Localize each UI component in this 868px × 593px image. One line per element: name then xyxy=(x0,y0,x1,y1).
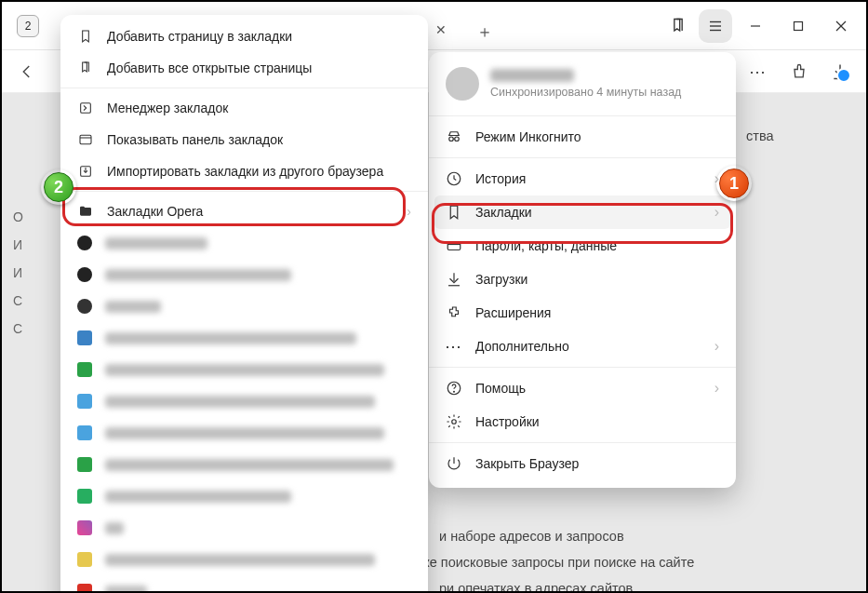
dots-icon: ⋯ xyxy=(446,336,462,357)
bookmark-all-icon xyxy=(77,61,94,75)
bookmark-entry[interactable] xyxy=(60,385,428,417)
gear-icon xyxy=(446,413,462,430)
submenu-manager[interactable]: Менеджер закладок xyxy=(60,92,428,124)
chevron-right-icon: › xyxy=(407,204,411,219)
more-icon[interactable]: ⋯ xyxy=(749,61,768,82)
menu-passwords[interactable]: Пароли, карты, данные xyxy=(429,229,736,263)
submenu-folder-opera[interactable]: Закладки Opera › xyxy=(60,195,428,227)
panel-icon xyxy=(77,132,94,147)
menu-settings[interactable]: Настройки xyxy=(429,405,736,438)
callout-number-1: 1 xyxy=(716,166,752,201)
bg-text: ри опечатках в адресах сайтов xyxy=(439,581,633,593)
chevron-right-icon: › xyxy=(714,338,719,355)
bookmark-entry[interactable] xyxy=(60,449,428,480)
favicon xyxy=(77,299,92,314)
bookmark-icon xyxy=(446,204,462,221)
menu-label: Закладки xyxy=(475,205,701,220)
svg-point-10 xyxy=(455,137,460,142)
bookmark-icon xyxy=(77,29,94,44)
import-icon xyxy=(77,164,94,179)
sidebar-letter: С xyxy=(13,287,43,315)
bookmark-entry[interactable] xyxy=(60,512,428,544)
downloads-icon[interactable] xyxy=(831,62,849,81)
menu-label: Пароли, карты, данные xyxy=(475,238,719,253)
favicon xyxy=(77,552,92,567)
main-menu: Синхронизировано 4 минуты назад Режим Ин… xyxy=(429,52,736,488)
chevron-right-icon: › xyxy=(714,204,719,221)
menu-close-browser[interactable]: Закрыть Браузер xyxy=(429,447,736,480)
bookmark-entry[interactable] xyxy=(60,417,428,449)
svg-rect-4 xyxy=(795,21,803,30)
bookmark-entry[interactable] xyxy=(60,544,428,575)
submenu-add-page[interactable]: Добавить страницу в закладки xyxy=(60,20,428,52)
submenu-add-all[interactable]: Добавить все открытые страницы xyxy=(60,52,428,84)
avatar xyxy=(446,67,479,101)
download-icon xyxy=(446,271,462,288)
bg-text: ства xyxy=(746,128,774,143)
submenu-show-bar[interactable]: Показывать панель закладок xyxy=(60,124,428,155)
main-menu-button[interactable] xyxy=(699,9,732,43)
close-button[interactable] xyxy=(821,10,861,42)
menu-help[interactable]: Помощь › xyxy=(429,371,736,405)
favicon xyxy=(77,267,92,282)
help-icon xyxy=(446,380,462,397)
profile-row[interactable]: Синхронизировано 4 минуты назад xyxy=(429,58,736,112)
submenu-label: Менеджер закладок xyxy=(107,101,411,115)
bookmark-entry[interactable] xyxy=(60,290,428,322)
favicon xyxy=(77,362,92,377)
card-icon xyxy=(446,237,462,254)
history-icon xyxy=(446,170,462,187)
tab-close-icon[interactable]: ✕ xyxy=(435,22,447,37)
bookmarks-submenu: Добавить страницу в закладки Добавить вс… xyxy=(60,15,428,593)
sidebar-letter: И xyxy=(13,259,43,287)
folder-icon xyxy=(77,204,94,219)
favicon xyxy=(77,330,92,345)
sidebar-letter: И xyxy=(13,231,43,259)
bookmark-entry[interactable] xyxy=(60,354,428,385)
menu-label: Дополнительно xyxy=(475,339,701,354)
menu-label: Закрыть Браузер xyxy=(475,456,719,471)
back-button[interactable] xyxy=(19,63,35,80)
favicon xyxy=(77,584,92,593)
bookmark-entry[interactable] xyxy=(60,227,428,259)
bg-text: и наборе адресов и запросов xyxy=(439,529,624,544)
submenu-label: Импортировать закладки из другого браузе… xyxy=(107,164,411,179)
power-icon xyxy=(446,455,462,472)
bookmark-all-icon[interactable] xyxy=(661,9,695,43)
menu-extensions[interactable]: Расширения xyxy=(429,296,736,330)
menu-label: Помощь xyxy=(475,381,701,396)
svg-point-18 xyxy=(452,420,457,425)
manager-icon xyxy=(77,101,94,115)
submenu-label: Закладки Opera xyxy=(107,204,394,219)
bookmark-entry[interactable] xyxy=(60,322,428,354)
menu-more[interactable]: ⋯ Дополнительно › xyxy=(429,330,736,363)
incognito-icon xyxy=(446,128,462,145)
favicon xyxy=(77,236,92,250)
new-tab-button[interactable]: ＋ xyxy=(476,20,493,43)
puzzle-icon xyxy=(446,304,462,321)
maximize-button[interactable] xyxy=(779,10,818,42)
menu-label: Режим Инкогнито xyxy=(475,129,719,144)
chevron-right-icon: › xyxy=(714,380,719,397)
bookmark-entry[interactable] xyxy=(60,575,428,593)
favicon xyxy=(77,457,92,472)
sync-status: Синхронизировано 4 минуты назад xyxy=(490,86,719,99)
svg-point-9 xyxy=(449,137,454,142)
bookmark-entry[interactable] xyxy=(60,259,428,290)
svg-point-17 xyxy=(454,391,455,392)
submenu-label: Добавить все открытые страницы xyxy=(107,61,411,75)
menu-history[interactable]: История › xyxy=(429,162,736,195)
menu-label: История xyxy=(475,171,701,186)
menu-bookmarks[interactable]: Закладки › xyxy=(434,195,730,229)
feedback-icon[interactable] xyxy=(790,62,808,81)
sidebar-letter: О xyxy=(13,203,43,231)
menu-label: Настройки xyxy=(475,414,719,429)
sidebar-letter: С xyxy=(13,315,43,343)
menu-downloads[interactable]: Загрузки xyxy=(429,263,736,296)
menu-incognito[interactable]: Режим Инкогнито xyxy=(429,120,736,154)
submenu-import[interactable]: Импортировать закладки из другого браузе… xyxy=(60,155,428,187)
bookmark-entry[interactable] xyxy=(60,480,428,512)
minimize-button[interactable] xyxy=(736,10,775,42)
tab-counter[interactable]: 2 xyxy=(17,15,39,37)
profile-name xyxy=(490,69,574,82)
